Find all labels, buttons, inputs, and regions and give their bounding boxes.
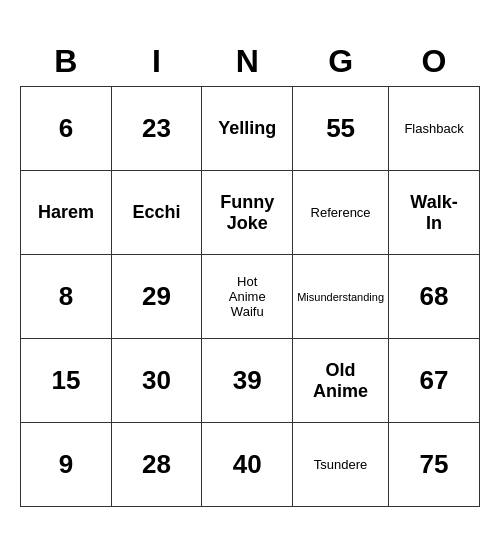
bingo-row-2: 829HotAnimeWaifuMisunderstanding68 bbox=[21, 255, 480, 339]
bingo-cell-3-1: 30 bbox=[111, 339, 201, 423]
header-o: O bbox=[389, 37, 480, 87]
bingo-cell-0-3: 55 bbox=[293, 87, 389, 171]
bingo-cell-1-4: Walk-In bbox=[389, 171, 480, 255]
header-n: N bbox=[202, 37, 293, 87]
bingo-cell-2-3: Misunderstanding bbox=[293, 255, 389, 339]
bingo-cell-4-1: 28 bbox=[111, 423, 201, 507]
bingo-row-4: 92840Tsundere75 bbox=[21, 423, 480, 507]
bingo-cell-4-4: 75 bbox=[389, 423, 480, 507]
bingo-row-3: 153039OldAnime67 bbox=[21, 339, 480, 423]
bingo-cell-1-1: Ecchi bbox=[111, 171, 201, 255]
header-g: G bbox=[293, 37, 389, 87]
bingo-cell-3-3: OldAnime bbox=[293, 339, 389, 423]
bingo-cell-0-1: 23 bbox=[111, 87, 201, 171]
bingo-cell-4-2: 40 bbox=[202, 423, 293, 507]
bingo-cell-4-3: Tsundere bbox=[293, 423, 389, 507]
bingo-cell-0-4: Flashback bbox=[389, 87, 480, 171]
header-i: I bbox=[111, 37, 201, 87]
bingo-cell-2-1: 29 bbox=[111, 255, 201, 339]
bingo-card: B I N G O 623Yelling55FlashbackHaremEcch… bbox=[20, 37, 480, 508]
bingo-cell-1-2: FunnyJoke bbox=[202, 171, 293, 255]
header-b: B bbox=[21, 37, 112, 87]
bingo-cell-2-0: 8 bbox=[21, 255, 112, 339]
bingo-cell-0-0: 6 bbox=[21, 87, 112, 171]
bingo-cell-3-4: 67 bbox=[389, 339, 480, 423]
bingo-cell-2-4: 68 bbox=[389, 255, 480, 339]
bingo-cell-1-3: Reference bbox=[293, 171, 389, 255]
bingo-cell-4-0: 9 bbox=[21, 423, 112, 507]
bingo-cell-2-2: HotAnimeWaifu bbox=[202, 255, 293, 339]
bingo-cell-1-0: Harem bbox=[21, 171, 112, 255]
bingo-row-0: 623Yelling55Flashback bbox=[21, 87, 480, 171]
bingo-header-row: B I N G O bbox=[21, 37, 480, 87]
bingo-cell-3-0: 15 bbox=[21, 339, 112, 423]
bingo-row-1: HaremEcchiFunnyJokeReferenceWalk-In bbox=[21, 171, 480, 255]
bingo-cell-0-2: Yelling bbox=[202, 87, 293, 171]
bingo-cell-3-2: 39 bbox=[202, 339, 293, 423]
